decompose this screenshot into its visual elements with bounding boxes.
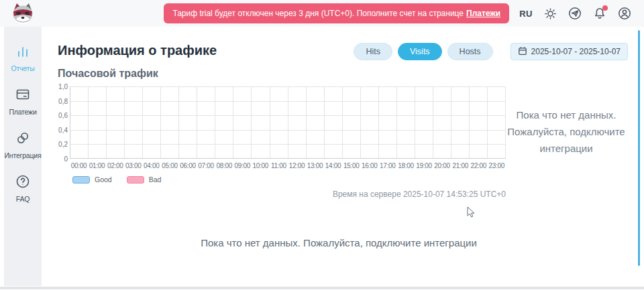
x-axis-labels: 00:0001:0002:0003:0004:0005:0006:0007:00… xyxy=(70,159,506,169)
sidebar-item-label: Интеграция xyxy=(5,151,42,159)
notifications-bell-icon[interactable] xyxy=(592,6,607,21)
calendar-icon xyxy=(518,46,527,58)
notification-dot xyxy=(602,5,608,11)
integration-link-icon xyxy=(15,130,31,149)
tab-visits[interactable]: Visits xyxy=(398,43,442,60)
bar-chart-icon xyxy=(15,43,31,62)
sidebar-item-label: FAQ xyxy=(16,195,30,203)
sidebar-item-faq[interactable]: FAQ xyxy=(4,173,42,203)
tab-hosts[interactable]: Hosts xyxy=(447,43,493,60)
app-logo-raccoon[interactable] xyxy=(9,1,38,25)
telegram-icon[interactable] xyxy=(568,6,582,21)
page-title: Информация о трафике xyxy=(58,43,217,58)
date-range-picker[interactable]: 2025-10-07 - 2025-10-07 xyxy=(511,43,628,60)
server-time: Время на сервере 2025-10-07 14:53:25 UTC… xyxy=(58,190,506,199)
account-icon[interactable] xyxy=(617,6,632,21)
tab-hits[interactable]: Hits xyxy=(354,43,392,60)
language-switcher[interactable]: RU xyxy=(519,9,533,19)
empty-state-bottom-text: Пока что нет данных. Пожалуйста, подключ… xyxy=(42,237,636,248)
sidebar: Отчеты Платежи Интеграция FAQ xyxy=(4,27,42,286)
sidebar-item-integration[interactable]: Интеграция xyxy=(4,130,42,159)
faq-question-icon xyxy=(15,173,31,192)
sidebar-item-label: Платежи xyxy=(9,108,36,116)
chart-title: Почасовой трафик xyxy=(58,68,158,80)
y-axis-labels: 1,00,80,60,40,20 xyxy=(58,86,68,159)
horizontal-scrollbar[interactable] xyxy=(0,287,644,289)
vertical-scrollbar[interactable] xyxy=(638,30,640,266)
banner-payments-link[interactable]: Платежи xyxy=(466,9,500,18)
chart-legend: GoodBad xyxy=(72,175,506,184)
sidebar-item-payments[interactable]: Платежи xyxy=(4,86,42,116)
chart-plot-area xyxy=(70,86,506,159)
sidebar-item-reports[interactable]: Отчеты xyxy=(4,43,42,72)
report-controls: Hits Visits Hosts 2025-10-07 - 2025-10-0… xyxy=(354,43,628,60)
main-content: Информация о трафике Hits Visits Hosts 2… xyxy=(42,27,636,290)
hourly-traffic-chart: 1,00,80,60,40,20 00:0001:0002:0003:0004:… xyxy=(58,86,506,199)
banner-message: Тариф trial будет отключен через 3 дня (… xyxy=(172,9,464,18)
date-range-value: 2025-10-07 - 2025-10-07 xyxy=(531,47,621,56)
empty-state-side-text: Пока что нет данных. Пожалуйста, подключ… xyxy=(502,107,631,157)
theme-sun-icon[interactable] xyxy=(543,6,557,21)
legend-entry: Good xyxy=(72,175,112,184)
payments-card-icon xyxy=(15,86,31,105)
legend-entry: Bad xyxy=(127,175,162,184)
sidebar-item-label: Отчеты xyxy=(11,64,34,72)
topbar: Тариф trial будет отключен через 3 дня (… xyxy=(0,0,644,27)
trial-warning-banner: Тариф trial будет отключен через 3 дня (… xyxy=(164,3,509,23)
